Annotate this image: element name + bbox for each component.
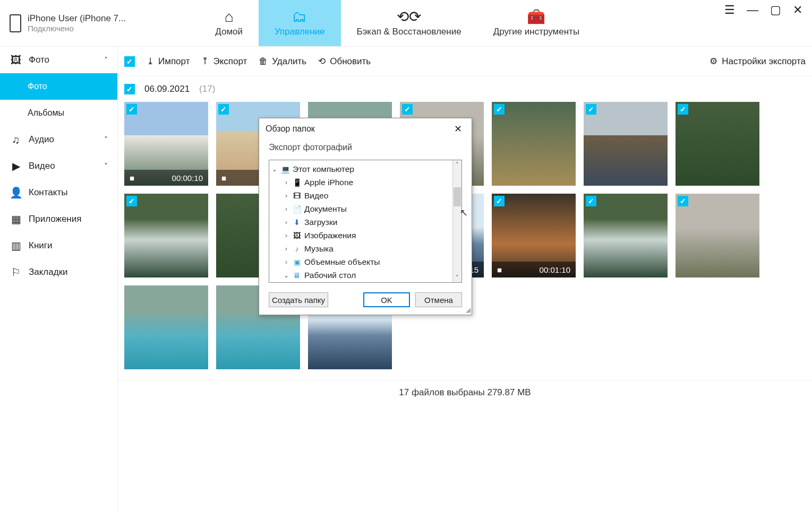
phone-icon	[10, 14, 21, 32]
collapse-icon[interactable]: ⌄	[282, 272, 290, 279]
phone-icon: 📱	[292, 178, 302, 187]
minimize-button[interactable]: —	[747, 3, 758, 17]
scroll-down-icon[interactable]: ˅	[456, 273, 459, 282]
expand-icon[interactable]: ›	[282, 192, 290, 199]
sidebar-photos[interactable]: Фото	[0, 73, 117, 100]
thumbnail[interactable]: ✓	[124, 194, 208, 277]
video-duration: 00:01:10	[540, 265, 570, 274]
expand-icon[interactable]: ›	[282, 245, 290, 253]
scroll-thumb[interactable]	[454, 187, 461, 206]
menu-icon[interactable]: ☰	[724, 3, 735, 17]
tree-this-pc[interactable]: ⌄ 💻 Этот компьютер	[269, 162, 452, 176]
toolbar: ✓ ⤓ Импорт ⤒ Экспорт 🗑 Удалить ⟲ Обновит…	[118, 47, 812, 76]
sidebar-photo[interactable]: 🖼 Фото ˄	[0, 47, 117, 73]
ok-button[interactable]: OK	[363, 292, 410, 307]
thumb-checkbox[interactable]: ✓	[126, 196, 137, 206]
tree-3dobjects[interactable]: › ▣ Объемные объекты	[269, 255, 452, 268]
create-folder-button[interactable]: Создать папку	[269, 292, 328, 307]
nav-backup[interactable]: ⟲⟳ Бэкап & Восстановление	[341, 0, 477, 46]
thumbnail[interactable]: ✓ ■00:00:10	[124, 102, 208, 186]
sidebar-apps[interactable]: ▦ Приложения	[0, 206, 117, 232]
nav-tools-label: Другие инструменты	[493, 27, 579, 37]
status-text: 17 файлов выбраны 279.87 MB	[399, 387, 531, 398]
nav-home[interactable]: ⌂ Домой	[199, 0, 259, 46]
sidebar-video[interactable]: ▶ Видео ˅	[0, 153, 117, 179]
dialog-close-button[interactable]: ✕	[451, 122, 465, 136]
thumbnail[interactable]	[124, 285, 208, 369]
thumb-checkbox[interactable]: ✓	[494, 196, 505, 206]
thumb-checkbox[interactable]: ✓	[494, 104, 505, 115]
download-icon: ⬇	[292, 218, 302, 227]
thumb-checkbox[interactable]: ✓	[586, 196, 596, 206]
tree-desktop[interactable]: ⌄ 🖥 Рабочий стол	[269, 268, 452, 282]
sidebar-video-label: Видео	[29, 161, 55, 171]
expand-icon[interactable]: ›	[282, 258, 290, 266]
import-button[interactable]: ⤓ Импорт	[147, 56, 190, 67]
nav-home-label: Домой	[215, 27, 243, 37]
expand-icon[interactable]: ›	[282, 205, 290, 213]
collapse-icon[interactable]: ⌄	[270, 166, 279, 173]
sidebar-bookmarks-label: Закладки	[29, 267, 68, 277]
export-settings-button[interactable]: ⚙ Настройки экспорта	[710, 56, 806, 67]
thumb-checkbox[interactable]: ✓	[218, 104, 229, 115]
export-button[interactable]: ⤒ Экспорт	[201, 56, 247, 67]
tree-label: Изображения	[304, 231, 356, 240]
tree-label: Видео	[304, 191, 328, 201]
picture-icon: 🖼	[10, 54, 22, 66]
folder-tree: ⌄ 💻 Этот компьютер › 📱 Apple iPhone › 🎞 …	[269, 160, 462, 283]
thumbnail[interactable]: ✓	[584, 194, 668, 277]
cancel-button[interactable]: Отмена	[415, 292, 462, 307]
video-icon: ■	[221, 173, 226, 183]
tree-pictures[interactable]: › 🖼 Изображения	[269, 229, 452, 242]
thumbnail[interactable]: ✓ ■00:01:10	[492, 194, 576, 277]
resize-grip-icon[interactable]: ◢	[466, 306, 471, 314]
thumb-checkbox[interactable]: ✓	[586, 104, 596, 115]
delete-button[interactable]: 🗑 Удалить	[259, 56, 306, 67]
refresh-label: Обновить	[330, 56, 371, 67]
thumb-checkbox[interactable]: ✓	[678, 104, 688, 115]
cube-icon: ▣	[292, 258, 302, 266]
date-header: ✓ 06.09.2021 (17)	[118, 76, 812, 102]
tree-scrollbar[interactable]: ˄ ˅	[452, 160, 461, 282]
select-all-checkbox[interactable]: ✓	[124, 56, 135, 67]
tree-music[interactable]: › ♪ Музыка	[269, 242, 452, 255]
scroll-up-icon[interactable]: ˄	[456, 160, 459, 169]
thumb-checkbox[interactable]: ✓	[402, 104, 413, 115]
thumb-checkbox[interactable]: ✓	[126, 104, 137, 115]
maximize-button[interactable]: ▢	[770, 3, 781, 17]
device-status: Подключено	[28, 24, 126, 33]
nav-manage-label: Управление	[275, 27, 325, 37]
thumb-checkbox[interactable]: ✓	[678, 196, 688, 206]
expand-icon[interactable]: ›	[282, 232, 290, 239]
tree-downloads[interactable]: › ⬇ Загрузки	[269, 215, 452, 229]
thumbnail[interactable]: ✓	[584, 102, 668, 186]
export-label: Экспорт	[213, 56, 247, 67]
computer-icon: 💻	[280, 165, 290, 173]
nav-tools[interactable]: 🧰 Другие инструменты	[477, 0, 595, 46]
sidebar-albums[interactable]: Альбомы	[0, 100, 117, 126]
sidebar-bookmarks[interactable]: ⚐ Закладки	[0, 259, 117, 285]
tree-videos[interactable]: › 🎞 Видео	[269, 189, 452, 202]
date-checkbox[interactable]: ✓	[124, 84, 135, 94]
thumbnail[interactable]: ✓	[676, 102, 759, 186]
chevron-up-icon: ˄	[104, 56, 108, 64]
cancel-label: Отмена	[424, 296, 453, 305]
home-icon: ⌂	[225, 10, 234, 24]
thumbnail[interactable]: ✓	[492, 102, 576, 186]
nav-manage[interactable]: 🗂 Управление	[259, 0, 341, 46]
tree-iphone[interactable]: › 📱 Apple iPhone	[269, 176, 452, 189]
expand-icon[interactable]: ›	[282, 219, 290, 226]
tree-documents[interactable]: › 📄 Документы	[269, 202, 452, 215]
sidebar-audio[interactable]: ♫ Аудио ˅	[0, 126, 117, 153]
thumbnail[interactable]: ✓	[676, 194, 759, 277]
sidebar-photo-label: Фото	[29, 55, 49, 65]
toolbox-icon: 🧰	[527, 10, 545, 24]
refresh-button[interactable]: ⟲ Обновить	[318, 56, 371, 67]
sidebar-contacts[interactable]: 👤 Контакты	[0, 179, 117, 206]
dialog-subtitle: Экспорт фотографий	[259, 140, 472, 160]
expand-icon[interactable]: ›	[282, 179, 290, 186]
nav-backup-label: Бэкап & Восстановление	[357, 27, 461, 37]
sidebar-books[interactable]: ▥ Книги	[0, 232, 117, 259]
close-button[interactable]: ✕	[793, 3, 802, 17]
ok-label: OK	[381, 296, 392, 305]
